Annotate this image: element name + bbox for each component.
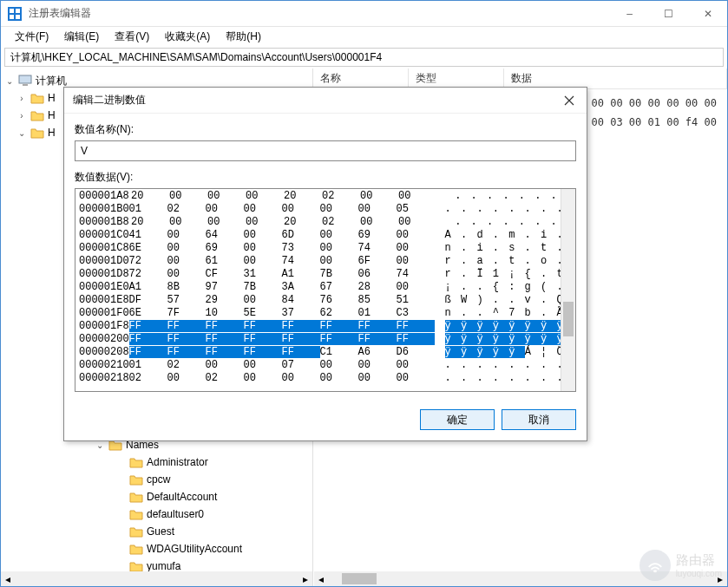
menu-favorites[interactable]: 收藏夹(A) xyxy=(158,28,217,46)
hex-row[interactable]: 000001D87200CF31A17B0674r . Ï 1 ¡ { . t xyxy=(75,267,561,280)
chevron-icon[interactable]: ⌄ xyxy=(16,128,27,138)
hex-byte[interactable]: FF xyxy=(129,320,167,332)
col-type[interactable]: 类型 xyxy=(409,68,504,88)
hex-byte[interactable]: 00 xyxy=(397,359,435,371)
hex-byte[interactable]: FF xyxy=(320,333,358,345)
cancel-button[interactable]: 取消 xyxy=(502,409,576,430)
hex-byte[interactable]: 00 xyxy=(320,255,358,267)
value-name-input[interactable] xyxy=(75,140,576,161)
hex-byte[interactable]: 01 xyxy=(358,307,397,319)
hex-byte[interactable]: FF xyxy=(129,346,167,358)
hex-row[interactable]: 000001E8DF57290084768551ß W ) . . v . Q xyxy=(75,293,561,306)
hex-byte[interactable]: FF xyxy=(206,346,244,358)
hex-byte[interactable]: 20 xyxy=(131,190,169,202)
hex-byte[interactable]: FF xyxy=(244,346,282,358)
hex-byte[interactable]: 00 xyxy=(167,229,206,241)
hex-byte[interactable]: 85 xyxy=(358,294,397,306)
scrollbar-thumb[interactable] xyxy=(342,573,377,584)
dialog-close-button[interactable] xyxy=(552,88,587,114)
hex-byte[interactable]: 00 xyxy=(398,216,436,228)
hex-row[interactable]: 000002100102000007000000. . . . . . . . xyxy=(75,358,561,371)
hex-byte[interactable]: 00 xyxy=(320,359,358,371)
hex-byte[interactable]: 02 xyxy=(322,216,360,228)
hex-byte[interactable]: 00 xyxy=(167,255,206,267)
hex-byte[interactable]: 00 xyxy=(282,203,320,215)
hex-byte[interactable]: 01 xyxy=(129,359,167,371)
hex-byte[interactable]: 76 xyxy=(320,294,358,306)
menu-file[interactable]: 文件(F) xyxy=(8,28,56,46)
hex-byte[interactable]: 6E xyxy=(129,307,167,319)
hex-byte[interactable]: 84 xyxy=(282,294,320,306)
hex-byte[interactable]: 29 xyxy=(206,294,244,306)
hex-vertical-scrollbar[interactable] xyxy=(561,189,575,391)
scrollbar-thumb[interactable] xyxy=(563,302,574,336)
maximize-button[interactable]: ☐ xyxy=(649,1,688,27)
hex-byte[interactable]: 00 xyxy=(397,242,435,254)
hex-byte[interactable]: 00 xyxy=(244,294,282,306)
hex-byte[interactable]: A1 xyxy=(282,268,320,280)
hex-byte[interactable]: 05 xyxy=(397,203,435,215)
hex-byte[interactable]: 51 xyxy=(397,294,435,306)
hex-byte[interactable]: CF xyxy=(206,268,244,280)
hex-byte[interactable]: 00 xyxy=(320,203,358,215)
hex-byte[interactable]: FF xyxy=(397,333,435,345)
hex-byte[interactable]: 31 xyxy=(244,268,282,280)
hex-byte[interactable]: 28 xyxy=(358,281,397,293)
hex-byte[interactable]: FF xyxy=(167,333,206,345)
hex-byte[interactable]: 00 xyxy=(358,359,397,371)
menu-view[interactable]: 查看(V) xyxy=(108,28,156,46)
hex-byte[interactable]: 00 xyxy=(169,216,207,228)
hex-byte[interactable]: 20 xyxy=(131,216,169,228)
hex-byte[interactable]: 74 xyxy=(358,242,397,254)
hex-row[interactable]: 000001D07200610074006F00r . a . t . o . xyxy=(75,254,561,267)
hex-byte[interactable]: 00 xyxy=(397,255,435,267)
hex-byte[interactable]: 00 xyxy=(397,281,435,293)
hex-byte[interactable]: 10 xyxy=(206,307,244,319)
hex-byte[interactable]: 67 xyxy=(320,281,358,293)
hex-byte[interactable]: FF xyxy=(167,320,206,332)
hex-byte[interactable]: 62 xyxy=(320,307,358,319)
hex-byte[interactable]: FF xyxy=(244,320,282,332)
hex-byte[interactable]: 74 xyxy=(397,268,435,280)
hex-byte[interactable]: 7B xyxy=(244,281,282,293)
hex-byte[interactable]: 00 xyxy=(360,216,398,228)
hex-byte[interactable]: 20 xyxy=(284,216,322,228)
hex-row[interactable]: 000001C0410064006D006900A . d . m . i . xyxy=(75,228,561,241)
hex-row[interactable]: 000001A82000000020020000 . . . . . . . xyxy=(75,189,561,202)
hex-byte[interactable]: 64 xyxy=(206,229,244,241)
hex-byte[interactable]: 7F xyxy=(167,307,206,319)
hex-byte[interactable]: 00 xyxy=(360,190,398,202)
hex-byte[interactable]: 8B xyxy=(167,281,206,293)
hex-editor[interactable]: 000001A82000000020020000 . . . . . . .00… xyxy=(75,188,576,392)
hex-byte[interactable]: 6F xyxy=(358,255,397,267)
hex-byte[interactable]: 00 xyxy=(244,255,282,267)
menu-edit[interactable]: 编辑(E) xyxy=(57,28,106,46)
hex-byte[interactable]: 41 xyxy=(129,229,167,241)
hex-byte[interactable]: 74 xyxy=(282,255,320,267)
hex-byte[interactable]: 00 xyxy=(167,268,206,280)
hex-byte[interactable]: 02 xyxy=(322,190,360,202)
hex-byte[interactable]: A1 xyxy=(129,281,167,293)
hex-byte[interactable]: 01 xyxy=(129,203,167,215)
hex-byte[interactable]: FF xyxy=(129,333,167,345)
tree-user-wdagutilityaccount[interactable]: WDAGUtilityAccount xyxy=(91,540,242,558)
address-bar[interactable]: 计算机\HKEY_LOCAL_MACHINE\SAM\SAM\Domains\A… xyxy=(4,48,724,67)
hex-byte[interactable]: 00 xyxy=(169,190,207,202)
hex-byte[interactable]: 00 xyxy=(320,242,358,254)
minimize-button[interactable]: – xyxy=(610,1,649,27)
hex-byte[interactable]: 69 xyxy=(358,229,397,241)
hex-row[interactable]: 000001E0A18B977B3A672800¡ . . { : g ( . xyxy=(75,280,561,293)
hex-row[interactable]: 000001B82000000020020000 . . . . . . . xyxy=(75,215,561,228)
hex-row[interactable]: 00000200FFFFFFFFFFFFFFFFÿ ÿ ÿ ÿ ÿ ÿ ÿ ÿ xyxy=(75,332,561,345)
hex-byte[interactable]: 72 xyxy=(129,255,167,267)
hex-byte[interactable]: 00 xyxy=(207,216,246,228)
hex-byte[interactable]: 00 xyxy=(246,216,284,228)
hex-byte[interactable]: 00 xyxy=(397,229,435,241)
hex-byte[interactable]: FF xyxy=(167,346,206,358)
hex-byte[interactable]: 00 xyxy=(244,203,282,215)
hex-byte[interactable]: FF xyxy=(206,320,244,332)
hex-byte[interactable]: 00 xyxy=(320,229,358,241)
tree-user-cpcw[interactable]: cpcw xyxy=(91,471,242,488)
hex-byte[interactable]: 73 xyxy=(282,242,320,254)
hex-byte[interactable]: 02 xyxy=(167,359,206,371)
